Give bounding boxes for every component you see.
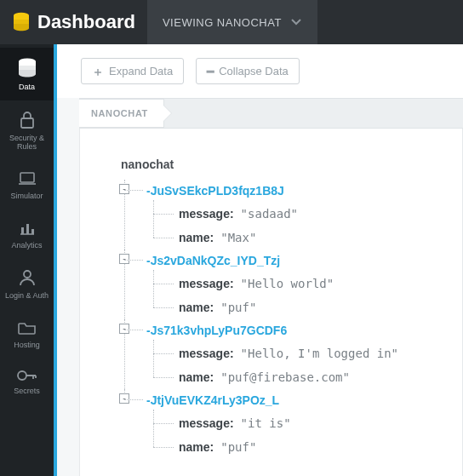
tree-field-name[interactable]: name — [179, 231, 210, 244]
svg-rect-5 — [26, 224, 29, 234]
tree-field-value[interactable]: "it is" — [239, 416, 293, 430]
svg-rect-3 — [20, 173, 34, 182]
tree-field-value[interactable]: "sadaad" — [239, 207, 300, 221]
sidebar-item-label: Simulator — [2, 192, 52, 201]
tree-field-name[interactable]: message — [179, 416, 230, 430]
database-icon — [2, 58, 52, 78]
sidebar-item-secrets[interactable]: Secrets — [0, 358, 54, 404]
sidebar-item-label: Security & Rules — [2, 135, 52, 152]
tree-node-row: --Js71k3vhpLyPu7GCDF6 — [146, 319, 462, 341]
tree-node-key[interactable]: -Js2vDaNkQZc_IYD_Tzj — [146, 254, 280, 267]
sidebar-item-simulator[interactable]: Simulator — [0, 160, 54, 209]
tree-leaf: name:"puf" — [150, 435, 462, 459]
minus-icon: ━ — [207, 66, 214, 77]
tree-field-name[interactable]: name — [179, 370, 210, 384]
collapse-toggle[interactable]: - — [119, 393, 129, 404]
tree-root-label[interactable]: nanochat — [121, 158, 462, 171]
collapse-toggle[interactable]: - — [119, 254, 129, 264]
tree-leaf: message:"Hello world" — [150, 272, 462, 295]
button-label: Expand Data — [109, 65, 173, 77]
collapse-toggle[interactable]: - — [119, 184, 129, 194]
folder-icon — [2, 319, 52, 336]
key-icon — [2, 369, 52, 382]
tree-node: --Js2vDaNkQZc_IYD_Tzjmessage:"Hello worl… — [121, 249, 462, 319]
sidebar-item-label: Analytics — [2, 242, 52, 250]
sidebar-item-label: Hosting — [2, 341, 52, 350]
user-icon — [2, 268, 52, 287]
tree-node: --JtjVuEVKZ4rLy3POz_Lmessage:"it is"name… — [121, 389, 462, 459]
tree-field-name[interactable]: message — [179, 207, 230, 221]
database-icon — [12, 12, 31, 32]
sidebar: Data Security & Rules Simulator Analytic… — [0, 44, 54, 476]
main-area: ＋ Expand Data ━ Collapse Data NANOCHAT n… — [57, 44, 463, 476]
tree-field-name[interactable]: message — [179, 347, 230, 360]
tree-field-value[interactable]: "puf" — [219, 301, 258, 314]
expand-data-button[interactable]: ＋ Expand Data — [81, 58, 184, 84]
breadcrumb-bar: NANOCHAT — [79, 98, 463, 129]
tree-field-name[interactable]: message — [179, 277, 230, 290]
svg-rect-2 — [21, 118, 33, 128]
tree-field-value[interactable]: "Max" — [219, 231, 258, 244]
tree-node-children: message:"Hello, I'm logged in"name:"puf@… — [146, 341, 462, 389]
data-tree-pane: nanochat --JuSvSEkcPLD3fqz1B8Jmessage:"s… — [79, 129, 463, 476]
data-tree: --JuSvSEkcPLD3fqz1B8Jmessage:"sadaad"nam… — [121, 180, 462, 459]
laptop-icon — [2, 170, 52, 187]
tree-field-name[interactable]: name — [179, 301, 210, 314]
top-bar: Dashboard VIEWING NANOCHAT — [0, 0, 463, 44]
tree-field-value[interactable]: "puf" — [219, 440, 258, 454]
tree-node-children: message:"Hello world"name:"puf" — [146, 272, 462, 319]
button-label: Collapse Data — [219, 65, 289, 77]
tree-node-children: message:"it is"name:"puf" — [146, 411, 462, 459]
lock-icon — [2, 111, 52, 129]
sidebar-item-security[interactable]: Security & Rules — [0, 100, 54, 160]
tree-field-name[interactable]: name — [179, 440, 210, 454]
tree-node-key[interactable]: -JtjVuEVKZ4rLy3POz_L — [146, 393, 279, 407]
sidebar-item-hosting[interactable]: Hosting — [0, 309, 54, 358]
collapse-toggle[interactable]: - — [119, 324, 129, 334]
svg-point-7 — [24, 271, 31, 278]
tree-node-row: --JuSvSEkcPLD3fqz1B8J — [146, 180, 462, 202]
tree-leaf: message:"Hello, I'm logged in" — [150, 341, 462, 365]
tree-leaf: message:"it is" — [150, 411, 462, 435]
collapse-data-button[interactable]: ━ Collapse Data — [196, 58, 300, 84]
tree-field-value[interactable]: "Hello world" — [239, 277, 336, 290]
svg-rect-4 — [21, 227, 24, 234]
chevron-down-icon — [290, 18, 302, 26]
sidebar-item-data[interactable]: Data — [0, 48, 54, 100]
tree-node-row: --JtjVuEVKZ4rLy3POz_L — [146, 389, 462, 411]
tree-node-children: message:"sadaad"name:"Max" — [146, 202, 462, 249]
tree-node-key[interactable]: -Js71k3vhpLyPu7GCDF6 — [146, 324, 287, 337]
viewing-label: VIEWING NANOCHAT — [163, 16, 282, 29]
tree-node-key[interactable]: -JuSvSEkcPLD3fqz1B8J — [146, 184, 284, 198]
sidebar-item-login[interactable]: Login & Auth — [0, 258, 54, 309]
breadcrumb[interactable]: NANOCHAT — [79, 99, 164, 128]
tree-leaf: message:"sadaad" — [150, 202, 462, 226]
plus-icon: ＋ — [92, 66, 104, 77]
tree-node: --Js71k3vhpLyPu7GCDF6message:"Hello, I'm… — [121, 319, 462, 389]
svg-point-8 — [18, 371, 26, 380]
sidebar-item-label: Login & Auth — [2, 292, 52, 301]
tree-leaf: name:"puf@firebase.com" — [150, 365, 462, 389]
tree-leaf: name:"Max" — [150, 226, 462, 249]
sidebar-item-label: Secrets — [2, 387, 52, 396]
breadcrumb-label: NANOCHAT — [91, 108, 148, 118]
project-switcher[interactable]: VIEWING NANOCHAT — [147, 0, 317, 44]
tree-node-row: --Js2vDaNkQZc_IYD_Tzj — [146, 249, 462, 272]
svg-rect-6 — [31, 229, 34, 234]
sidebar-item-analytics[interactable]: Analytics — [0, 209, 54, 259]
tree-leaf: name:"puf" — [150, 295, 462, 319]
tree-field-value[interactable]: "puf@firebase.com" — [219, 370, 352, 384]
bar-chart-icon — [2, 220, 52, 237]
brand-title: Dashboard — [37, 11, 135, 33]
toolbar: ＋ Expand Data ━ Collapse Data — [57, 44, 463, 98]
tree-field-value[interactable]: "Hello, I'm logged in" — [239, 347, 400, 360]
brand: Dashboard — [0, 0, 147, 44]
tree-node: --JuSvSEkcPLD3fqz1B8Jmessage:"sadaad"nam… — [121, 180, 462, 249]
sidebar-item-label: Data — [2, 83, 52, 92]
